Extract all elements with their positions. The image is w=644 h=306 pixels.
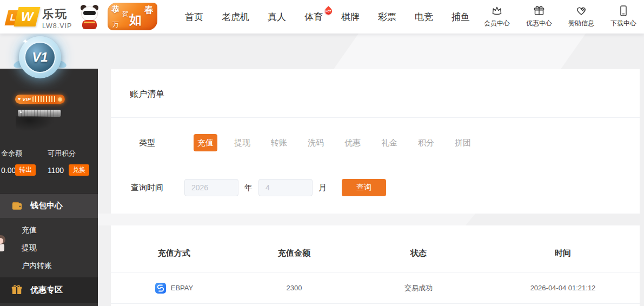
hot-badge-icon: HOT — [323, 6, 333, 16]
col-header-status: 状态 — [351, 248, 486, 258]
year-unit-label: 年 — [244, 183, 253, 193]
records-table-card: 充值方式 充值金额 状态 时间 EBPAY 2300 交易成功 2026-04-… — [111, 225, 640, 306]
cell-method: EBPAY — [111, 283, 237, 294]
level-ruler-bar — [18, 110, 61, 117]
tab-withdraw[interactable]: 提现 — [230, 134, 254, 151]
tab-rebate[interactable]: 洗码 — [304, 134, 328, 151]
sidebar-section-label: 钱包中心 — [30, 201, 63, 211]
logo-mark-icon: L W — [5, 6, 39, 28]
page: L W 乐玩 LW8.VIP 恭 贺 如 春 万 首页 老虎机 真人 体育HOT — [0, 0, 644, 306]
year-input[interactable] — [184, 179, 238, 196]
gift-icon — [11, 284, 23, 296]
background-shape — [334, 34, 586, 69]
tab-deposit[interactable]: 充值 — [194, 134, 217, 151]
sidebar-section-label: 优惠专区 — [30, 285, 63, 295]
ebpay-icon — [155, 283, 166, 294]
query-button[interactable]: 查询 — [342, 179, 386, 196]
sidebar-item-withdraw[interactable]: 提现 — [0, 239, 98, 257]
hot-badge-label: HOT — [325, 9, 332, 12]
query-time-label: 查询时间 — [123, 183, 171, 193]
points-value: 1100 — [48, 166, 64, 175]
table-header-row: 充值方式 充值金额 状态 时间 — [111, 225, 640, 272]
nav-item-label: 体育 — [304, 12, 323, 22]
col-header-amount: 充值金额 — [237, 248, 351, 258]
nav-item-slots[interactable]: 老虎机 — [222, 11, 249, 23]
quick-link-label: 会员中心 — [484, 19, 510, 28]
main-nav: 首页 老虎机 真人 体育HOT 棋牌 彩票 电竞 捕鱼 — [185, 0, 470, 34]
sidebar: V1 ✦ ♥ VIP 金余额 0.00 转出 可用积分 1100 兑换 钱包中心… — [0, 69, 98, 306]
gift-icon — [533, 4, 546, 17]
festive-char: 贺 — [122, 10, 128, 18]
tab-gift[interactable]: 礼金 — [377, 134, 401, 151]
sidebar-section-wallet[interactable]: 钱包中心 — [0, 193, 98, 218]
sparkle-icon: ✦ — [22, 37, 28, 45]
col-header-method: 充值方式 — [111, 248, 237, 258]
download-center-link[interactable]: 下载中心 — [606, 4, 641, 28]
heart-icon: ♥ — [18, 97, 21, 102]
transfer-out-button[interactable]: 转出 — [15, 164, 36, 176]
month-input[interactable] — [258, 179, 313, 196]
vip-progress-bar: ♥ VIP — [15, 95, 65, 104]
balance-value: 0.00 — [1, 166, 16, 175]
points-label: 可用积分 — [48, 149, 76, 158]
sponsor-info-link[interactable]: 赞助信息 — [564, 4, 599, 28]
divider — [111, 117, 640, 118]
promo-center-link[interactable]: 优惠中心 — [522, 4, 556, 28]
vip-progress-ticks — [32, 96, 56, 102]
heart-hands-icon — [575, 4, 588, 17]
quick-link-label: 优惠中心 — [526, 19, 552, 28]
vip-progress-tip — [58, 97, 62, 102]
tab-points[interactable]: 积分 — [414, 134, 438, 151]
festive-char: 春 — [144, 4, 154, 16]
site-domain: LW8.VIP — [42, 22, 72, 30]
col-header-time: 时间 — [486, 248, 640, 258]
account-list-card: 账户清单 类型 充值 提现 转账 洗码 优惠 礼金 积分 拼团 查询时间 年 月… — [111, 69, 640, 214]
sidebar-item-deposit[interactable]: 充值 — [0, 221, 98, 239]
nav-item-lottery[interactable]: 彩票 — [378, 11, 396, 23]
nav-item-live[interactable]: 真人 — [268, 11, 286, 23]
logo-text: 乐玩 LW8.VIP — [42, 6, 72, 30]
festive-char: 如 — [129, 11, 142, 28]
wallet-icon — [11, 201, 23, 211]
site-logo[interactable]: L W 乐玩 LW8.VIP — [5, 6, 73, 28]
site-name: 乐玩 — [42, 6, 72, 22]
header-quick-links: 会员中心 优惠中心 赞助信息 下载中心 — [480, 4, 641, 28]
vip-level-badge: V1 ✦ — [18, 36, 62, 81]
quick-link-label: 赞助信息 — [568, 19, 594, 28]
type-tabs: 充值 提现 转账 洗码 优惠 礼金 积分 拼团 — [194, 134, 475, 151]
background-shape — [76, 214, 475, 225]
tab-transfer[interactable]: 转账 — [267, 134, 291, 151]
panda-mascot-icon — [77, 4, 103, 31]
type-filter-label: 类型 — [123, 138, 171, 148]
sidebar-section-promo[interactable]: 优惠专区 — [0, 277, 98, 303]
member-center-link[interactable]: 会员中心 — [480, 4, 514, 28]
tab-group[interactable]: 拼团 — [451, 134, 475, 151]
method-value: EBPAY — [171, 284, 193, 292]
vip-level-text: V1 — [24, 42, 56, 73]
cell-time: 2026-04-04 01:21:12 — [486, 284, 640, 292]
logo-letter-w: W — [14, 7, 41, 26]
balance-label: 金余额 — [1, 149, 22, 158]
cell-amount: 2300 — [237, 284, 351, 292]
quick-link-label: 下载中心 — [610, 19, 636, 28]
nav-item-sports[interactable]: 体育HOT — [304, 11, 323, 23]
cell-status: 交易成功 — [351, 283, 486, 293]
redeem-button[interactable]: 兑换 — [69, 164, 89, 176]
phone-icon — [617, 4, 630, 17]
spring-festival-badge: 恭 贺 如 春 万 — [108, 3, 157, 30]
tab-promo[interactable]: 优惠 — [341, 134, 364, 151]
nav-item-home[interactable]: 首页 — [185, 11, 203, 23]
wallet-submenu: 充值 提现 户内转账 — [0, 218, 98, 277]
festive-char: 恭 — [111, 4, 119, 15]
nav-item-fishing[interactable]: 捕鱼 — [452, 11, 470, 23]
vip-bar-label: VIP — [22, 97, 31, 102]
page-title: 账户清单 — [130, 89, 164, 100]
sidebar-item-internal-transfer[interactable]: 户内转账 — [0, 257, 98, 275]
top-header: L W 乐玩 LW8.VIP 恭 贺 如 春 万 首页 老虎机 真人 体育HOT — [0, 0, 644, 34]
sidebar-next-section-edge — [0, 303, 98, 306]
nav-item-esports[interactable]: 电竞 — [415, 11, 433, 23]
service-mascot-peek — [0, 235, 7, 252]
festive-char: 万 — [112, 20, 119, 29]
nav-item-board-games[interactable]: 棋牌 — [341, 11, 360, 23]
month-unit-label: 月 — [318, 183, 327, 193]
